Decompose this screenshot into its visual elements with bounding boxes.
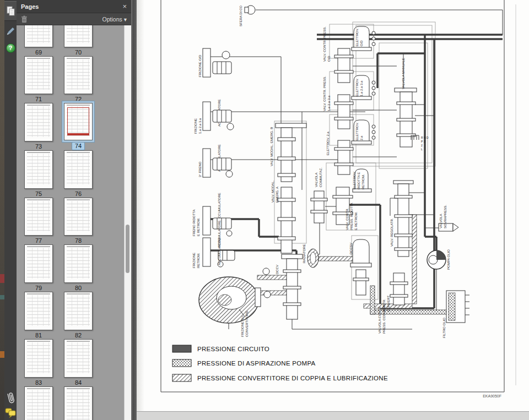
page-thumbnail[interactable]: 80 [64,244,93,292]
page-thumbnail[interactable]: 72 [64,56,93,103]
page-number: 82 [72,332,84,339]
page-thumbnail[interactable]: 83 [24,339,53,386]
label-elettrov-ridotta: ELETTROV. [353,171,356,189]
pen-icon [6,26,15,36]
trash-icon[interactable] [21,15,28,23]
label-selector: L [421,148,423,151]
label-dccsv: DCCSV [349,243,353,254]
page-thumbnail[interactable]: 70 [64,25,93,56]
label-elettrov-ridotta: RIDOTTA E [357,172,360,189]
page-thumbnail[interactable]: 79 [24,244,53,292]
radiator [307,249,319,268]
label-3-freno: 3° FRENO [198,161,202,177]
pages-panel-toolbar: Options ▾ [17,13,131,25]
label-pompa-olio: POMPA OLIO [447,249,450,270]
oil-pump [427,250,446,269]
gauge [263,268,269,275]
gauge [264,291,271,298]
label-frizione-convertitore: FRIZIONE SU [241,316,244,337]
label-vcp-ridotta: VALV. CONTR. [346,208,349,230]
help-button[interactable]: ? [4,39,17,57]
pages-panel-button[interactable] [4,1,17,21]
label-accumulatore: ACCUMULATORE [218,238,221,265]
legend-label-converter: PRESSIONE CONVERTITORE DI COPPIA E LUBRI… [197,375,388,381]
label-frizione-retrom: RETROM. [197,253,200,268]
label-elettrov-od: O/D [360,40,363,46]
page-number: 70 [72,49,84,56]
close-icon[interactable]: × [122,3,127,10]
current-view-box [67,107,89,135]
pages-icon [6,6,15,17]
label-elettrov-123: ELETTROV. [355,78,359,96]
page-thumbnail[interactable]: 84 [64,339,93,386]
label-frizione-od: FRIZIONE O/D [198,54,202,77]
label-valvola-commutaz: COMMUTAZ. [319,167,322,187]
page-number: 76 [72,190,84,198]
window-edge [0,0,4,420]
label-valv-modal-a: EMERG. A [276,187,279,203]
page-thumbnail[interactable]: 69 [24,25,53,56]
page-number: 74 [72,142,85,150]
page-thumbnail[interactable]: 82 [64,292,93,339]
label-accumulatore: ACCUMULATORE [218,193,221,220]
torque-converter [199,277,261,323]
navigation-rail: ? [4,0,17,420]
label-selector: R N D [421,136,429,139]
background-speck [0,295,4,299]
label-frizione-retrom: FRIZIONE [192,253,196,268]
page-number: 80 [72,285,84,292]
label-vcp-od: O/D [327,56,331,62]
label-valv-modal-a: VALV. MODAL. [271,180,274,203]
page-number: 84 [72,379,84,386]
label-vcp-ridotta: E RETROM. [354,211,358,230]
thumbnail-scroll-area: 69 70 71 72 73 74 75 76 77 78 [17,25,124,420]
options-menu-button[interactable]: Options ▾ [102,16,127,23]
page-bottom-gap [137,411,529,420]
label-valv-modal-b: VALV. MODAL. EMERG. B [270,127,273,166]
page-thumbnail[interactable]: 81 [24,292,53,339]
page-number: 72 [72,96,84,103]
dccsv-valve [350,239,371,295]
label-sfera: SFERA DI CO [239,6,242,26]
page-thumbnail[interactable]: 73 [24,103,53,150]
page-thumbnail[interactable]: 77 [24,198,53,245]
comments-panel-button[interactable] [4,407,17,420]
label-elettrov-ridotta: RETROM. [361,174,365,189]
manual-valve [395,88,419,147]
page-number: 73 [33,143,45,150]
scrollbar-thumb[interactable] [126,225,129,273]
attachments-panel-button[interactable] [4,389,17,407]
label-valvola-commutaz: VALVOLA [315,173,318,187]
page-edge-shade [137,0,144,411]
page-thumbnail[interactable]: 71 [24,56,53,103]
chevron-down-icon: ▾ [124,16,127,23]
hydraulic-schematic: EKA9050F [137,0,529,411]
label-vcp-od: VALV. CONTR. PRESS. [323,26,326,62]
oil-filter [446,291,469,323]
legend: PRESSIONE CIRCUITO PRESSIONE DI ASPIRAZI… [172,345,388,381]
thumbnail-scrollbar[interactable] [124,25,131,420]
page-thumbnail[interactable]: 75 [24,150,53,198]
label-freno-ridotta: FRENO RIDOTTA [192,209,196,236]
panel-splitter[interactable] [131,0,137,420]
document-page: EKA9050F [137,0,529,411]
figure-code: EKA9050F [483,394,501,398]
label-filtro-olio: FILTRO OLIO [442,318,446,338]
page-number: 77 [33,237,45,244]
legend-swatch-circuit [172,345,191,352]
page-thumbnail-selected[interactable]: 74 [64,103,93,150]
page-thumbnail[interactable] [24,386,53,420]
page-number: 79 [33,285,45,292]
sign-panel-button[interactable] [4,22,17,41]
label-valvola-cpc: PRESS. CONVERT. [382,304,386,334]
page-thumbnail[interactable]: 78 [64,198,93,245]
page-thumbnail[interactable] [64,386,93,420]
label-valvola-sovrapress: SOVRAPRESS. [444,205,447,228]
label-selector: 2 [421,144,423,147]
legend-label-suction: PRESSIONE DI ASPIRAZIONE POMPA [197,360,316,367]
page-number: 83 [33,379,45,386]
pages-panel: Pages × Options ▾ 69 70 71 [17,0,131,420]
label-elettrov-123: 1.a 2.a 3.a [360,80,363,96]
page-thumbnail[interactable]: 76 [64,150,93,198]
pdf-viewer-window: ? Pages × [0,0,529,420]
